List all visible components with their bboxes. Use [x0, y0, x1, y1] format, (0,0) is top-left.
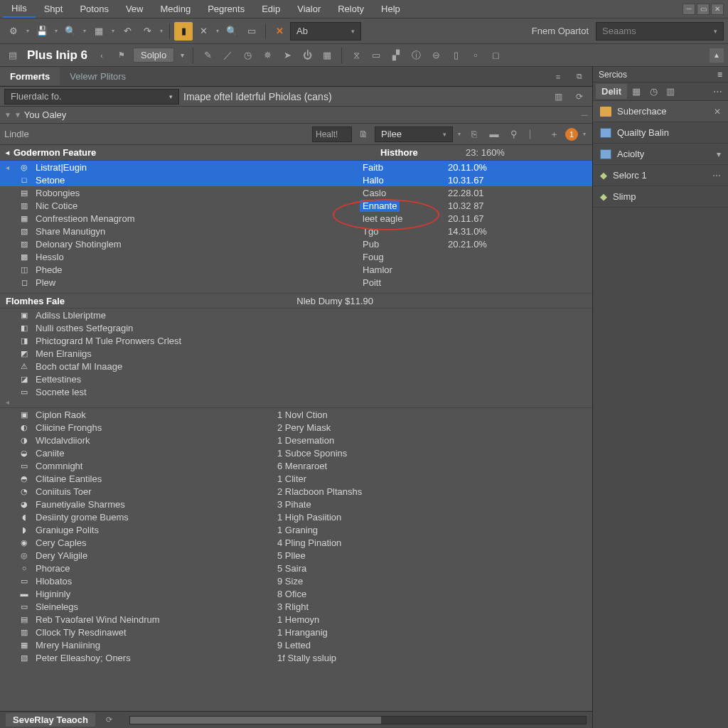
- align-icon[interactable]: ⎸: [525, 126, 542, 143]
- list-item[interactable]: ◎Dery YAligile5 Pllee: [0, 549, 592, 562]
- list-item[interactable]: ◂◎Listrat|EuginFaitb20.11.0%: [0, 161, 592, 173]
- list-item[interactable]: ▧Peter Elleashoy; Oners1f Stally ssluip: [0, 651, 592, 664]
- menu-help[interactable]: Help: [373, 1, 409, 17]
- filter-combo[interactable]: Fluerdalc fo. ▾: [4, 89, 179, 105]
- mode-pill[interactable]: Solplo: [133, 48, 174, 63]
- list-item[interactable]: ▧Share ManutigynTgo14.31.0%: [0, 225, 592, 237]
- list-item[interactable]: ▭Commnight6 Menraroet: [0, 459, 592, 472]
- list-item[interactable]: ◕Faunetiyalie Sharmes3 Pihate: [0, 498, 592, 510]
- side-item[interactable]: ◆Selorc 1⋯: [593, 165, 728, 186]
- list-item[interactable]: ▭Socnete lest: [0, 385, 592, 398]
- section-c-header[interactable]: ◂: [0, 398, 592, 408]
- send-icon[interactable]: ➤: [279, 47, 296, 64]
- list-item[interactable]: ▭Hlobatos9 Size: [0, 574, 592, 587]
- list-item[interactable]: ▦Confrestieon Menagromleet eagle20.11.67: [0, 212, 592, 225]
- list-item[interactable]: ▩HessloFoug: [0, 250, 592, 263]
- more-icon[interactable]: ⋯: [712, 171, 721, 181]
- list-item[interactable]: ▣Ciplon Raok1 Novl Ction: [0, 408, 592, 421]
- maximize-button[interactable]: ▭: [697, 4, 710, 15]
- list-item[interactable]: □SetoneHallo10.31.67: [0, 173, 592, 186]
- chevron-icon[interactable]: ‹: [93, 47, 110, 64]
- list-item[interactable]: ◫PhedeHamlor: [0, 263, 592, 276]
- zoom-icon[interactable]: 🔍: [223, 22, 241, 41]
- side-item[interactable]: Aciolty▾: [593, 144, 728, 165]
- pen-icon[interactable]: ✎: [199, 47, 216, 64]
- side-tab-delit[interactable]: Delit: [596, 84, 627, 99]
- list-item[interactable]: ▬Higininly8 Ofice: [0, 587, 592, 600]
- calendar-dropdown[interactable]: ▾: [109, 22, 117, 41]
- list-item[interactable]: ▨Delonary ShotinglemPub20.21.0%: [0, 237, 592, 250]
- menu-vew[interactable]: Vew: [117, 1, 152, 17]
- circle-minus-icon[interactable]: ⊖: [427, 47, 444, 64]
- status-refresh-icon[interactable]: ⟳: [101, 712, 118, 729]
- pill-dropdown[interactable]: ▾: [177, 47, 187, 64]
- menu-meding[interactable]: Meding: [151, 1, 199, 17]
- wand-icon[interactable]: ✵: [259, 47, 276, 64]
- collapse-tri2-icon[interactable]: ▼: [14, 111, 21, 119]
- window-icon[interactable]: ◻: [487, 47, 504, 64]
- chart-icon[interactable]: ▞: [387, 47, 405, 64]
- list-item[interactable]: ▥Cllock Tly Resdinawet1 Hranganig: [0, 626, 592, 638]
- flag-icon[interactable]: ⚑: [113, 47, 130, 64]
- list-item[interactable]: ▤Reb Tvaofarel Wind Neindrum1 Hemoyn: [0, 613, 592, 626]
- info-icon[interactable]: ⓘ: [407, 47, 424, 64]
- list-item[interactable]: ▣Adilss Lbleriptme: [0, 309, 592, 321]
- side-item[interactable]: Suberchace✕: [593, 101, 728, 122]
- list-item[interactable]: ◨Phictogrard M Tule Pronwers Crlest: [0, 334, 592, 347]
- image-icon[interactable]: ▭: [242, 22, 261, 41]
- list-item[interactable]: ◒Caniite1 Subce Sponins: [0, 446, 592, 459]
- badge-dropdown[interactable]: ▾: [581, 125, 588, 144]
- folder-icon[interactable]: ▬: [486, 126, 503, 143]
- menu-pegrents[interactable]: Pegrents: [199, 1, 253, 17]
- list-item[interactable]: ▤RobongiesCaslo22.28.01: [0, 186, 592, 199]
- close-button[interactable]: ✕: [711, 4, 724, 15]
- pilee-dropdown[interactable]: ▾: [456, 125, 463, 144]
- menu-reloty[interactable]: Reloty: [329, 1, 373, 17]
- section-a-header[interactable]: ◂ Godermon Feature Histhore 23: 160%: [0, 145, 592, 161]
- tab-formerts[interactable]: Formerts: [0, 68, 60, 85]
- list-item[interactable]: ▭Sleinelegs3 Rlight: [0, 600, 592, 613]
- status-tab[interactable]: SeveRlay Teaoch: [6, 713, 95, 727]
- cut-dropdown[interactable]: ▾: [214, 22, 221, 41]
- side-tab-icon3[interactable]: ▥: [663, 84, 678, 100]
- filter-action1-icon[interactable]: ▥: [550, 88, 567, 105]
- list-item[interactable]: ◓Clitaine Eantiles1 Cliter: [0, 472, 592, 485]
- horizontal-scrollbar[interactable]: [129, 716, 587, 724]
- list-item[interactable]: ◗Graniuge Polits1 Graning: [0, 523, 592, 536]
- side-item[interactable]: Quailty Balin: [593, 122, 728, 144]
- list-item[interactable]: ⚠Boch octaf Ml Inaage: [0, 360, 592, 373]
- list-item[interactable]: ◐Cliicine Fronghs2 Pery Miask: [0, 421, 592, 434]
- doc-icon[interactable]: ▤: [4, 47, 21, 64]
- close-x-icon[interactable]: ✕: [270, 22, 289, 41]
- power-icon[interactable]: ⏻: [299, 47, 316, 64]
- menu-edip[interactable]: Edip: [253, 1, 289, 17]
- close-icon[interactable]: ✕: [714, 107, 721, 117]
- pin-icon[interactable]: ⚲: [505, 126, 523, 143]
- list-item[interactable]: ○Phorace5 Saira: [0, 562, 592, 574]
- chevron-down-icon[interactable]: ▾: [717, 149, 721, 159]
- collapse-button[interactable]: ▲: [710, 48, 724, 63]
- hourglass-icon[interactable]: ⧖: [348, 47, 365, 64]
- side-item[interactable]: ◆Slimp: [593, 186, 728, 208]
- redo-dropdown[interactable]: ▾: [158, 22, 165, 41]
- menu-shpt[interactable]: Shpt: [36, 1, 72, 17]
- list-item[interactable]: ◑Wlcdalvdiiork1 Desemation: [0, 434, 592, 446]
- grid-icon[interactable]: ▦: [318, 47, 336, 64]
- side-tab-overflow-icon[interactable]: ⋯: [710, 84, 725, 100]
- panel-icon[interactable]: ▯: [447, 47, 464, 64]
- small-input[interactable]: Healt!: [312, 127, 352, 142]
- doc-new-icon[interactable]: 🗎: [355, 126, 372, 143]
- side-tab-icon2[interactable]: ◷: [646, 84, 661, 100]
- pilee-combo[interactable]: Pilee▾: [375, 127, 453, 142]
- sub-header-end-icon[interactable]: ─: [582, 109, 588, 120]
- monitor-icon[interactable]: ▭: [368, 47, 385, 64]
- cut-icon[interactable]: ✕: [194, 22, 213, 41]
- collapse-tri-icon[interactable]: ▼: [4, 111, 11, 119]
- tree-view[interactable]: ◂ Godermon Feature Histhore 23: 160% ◂◎L…: [0, 145, 592, 711]
- undo-icon[interactable]: ↶: [118, 22, 136, 41]
- list-item[interactable]: ◧Nulli osthes Setfegragin: [0, 321, 592, 334]
- tab-link-icon[interactable]: ⧉: [571, 68, 588, 85]
- gear-dropdown[interactable]: ▾: [24, 22, 31, 41]
- list-item[interactable]: ▦Mrery Haniining9 Letted: [0, 638, 592, 651]
- list-item[interactable]: ▥Nic CoticeEnnante10.32 87: [0, 199, 592, 212]
